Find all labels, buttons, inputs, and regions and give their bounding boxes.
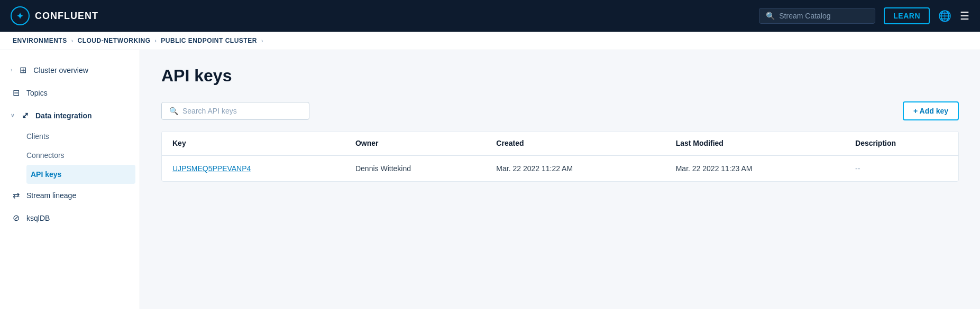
chevron-down-icon: ∨: [11, 113, 14, 118]
logo[interactable]: ✦ CONFLUENT: [11, 6, 98, 25]
sidebar-item-data-integration[interactable]: ∨ ⤢ Data integration: [0, 104, 140, 127]
col-header-owner: Owner: [345, 132, 486, 155]
stream-catalog-input[interactable]: [779, 12, 868, 20]
search-api-keys-input[interactable]: [182, 107, 301, 115]
sidebar: › ⊞ Cluster overview ⊟ Topics ∨ ⤢ Data i…: [0, 50, 140, 309]
sidebar-item-label-cluster: Cluster overview: [33, 66, 88, 74]
page-title: API keys: [161, 66, 959, 86]
add-key-button[interactable]: + Add key: [903, 101, 959, 120]
nav-left: ✦ CONFLUENT: [11, 6, 98, 25]
menu-icon[interactable]: ☰: [960, 10, 969, 22]
breadcrumb-cloud-networking[interactable]: CLOUD-NETWORKING: [78, 37, 151, 44]
col-header-last-modified: Last Modified: [665, 132, 845, 155]
search-icon: 🔍: [169, 107, 178, 115]
sidebar-item-label-topics: Topics: [26, 89, 48, 97]
cell-owner: Dennis Wittekind: [345, 155, 486, 181]
cell-last-modified: Mar. 22 2022 11:23 AM: [665, 155, 845, 181]
stream-lineage-icon: ⇄: [11, 190, 21, 200]
table-header-row: Key Owner Created Last Modified Descript…: [162, 132, 958, 155]
grid-icon: ⊞: [17, 65, 28, 75]
main-content: API keys 🔍 + Add key Key Owner Created L…: [140, 50, 980, 309]
api-key-link[interactable]: UJPSMEQ5PPEVANP4: [172, 164, 251, 173]
api-keys-table: Key Owner Created Last Modified Descript…: [161, 131, 959, 182]
stream-catalog-search[interactable]: 🔍: [759, 8, 875, 24]
table-row: UJPSMEQ5PPEVANP4 Dennis Wittekind Mar. 2…: [162, 155, 958, 181]
sidebar-item-ksqldb[interactable]: ⊘ ksqlDB: [0, 207, 140, 229]
breadcrumb-sep-3: ›: [261, 38, 263, 44]
cell-key[interactable]: UJPSMEQ5PPEVANP4: [162, 155, 345, 181]
toolbar: 🔍 + Add key: [161, 101, 959, 120]
sidebar-item-connectors[interactable]: Connectors: [26, 146, 140, 165]
data-integration-icon: ⤢: [20, 110, 30, 120]
learn-button[interactable]: LEARN: [884, 7, 930, 24]
cell-created: Mar. 22 2022 11:22 AM: [486, 155, 665, 181]
nav-right: 🔍 LEARN 🌐 ☰: [759, 7, 969, 24]
breadcrumb-sep-1: ›: [71, 38, 74, 44]
col-header-created: Created: [486, 132, 665, 155]
sidebar-item-api-keys[interactable]: API keys: [26, 165, 135, 184]
breadcrumb-environments[interactable]: ENVIRONMENTS: [13, 37, 67, 44]
main-layout: › ⊞ Cluster overview ⊟ Topics ∨ ⤢ Data i…: [0, 50, 980, 309]
sidebar-item-label-stream-lineage: Stream lineage: [26, 191, 76, 200]
sidebar-item-topics[interactable]: ⊟ Topics: [0, 81, 140, 104]
sidebar-item-stream-lineage[interactable]: ⇄ Stream lineage: [0, 184, 140, 207]
search-icon: 🔍: [766, 12, 775, 20]
top-navigation: ✦ CONFLUENT 🔍 LEARN 🌐 ☰: [0, 0, 980, 32]
sidebar-item-cluster-overview[interactable]: › ⊞ Cluster overview: [0, 59, 140, 81]
sidebar-item-label-data-integration: Data integration: [35, 111, 92, 120]
chevron-right-icon: ›: [11, 67, 12, 73]
breadcrumb-sep-2: ›: [155, 38, 157, 44]
cell-description: --: [845, 155, 958, 181]
sidebar-item-clients[interactable]: Clients: [26, 127, 140, 146]
ksqldb-icon: ⊘: [11, 213, 21, 223]
col-header-description: Description: [845, 132, 958, 155]
logo-icon: ✦: [11, 6, 30, 25]
globe-icon[interactable]: 🌐: [938, 10, 951, 22]
topics-icon: ⊟: [11, 88, 21, 98]
api-key-search[interactable]: 🔍: [161, 102, 309, 120]
col-header-key: Key: [162, 132, 345, 155]
logo-text: CONFLUENT: [35, 11, 98, 22]
breadcrumb-cluster[interactable]: PUBLIC ENDPOINT CLUSTER: [161, 37, 257, 44]
sidebar-item-label-ksqldb: ksqlDB: [26, 214, 50, 222]
sidebar-sub-menu: Clients Connectors API keys: [0, 127, 140, 184]
breadcrumb: ENVIRONMENTS › CLOUD-NETWORKING › PUBLIC…: [0, 32, 980, 50]
